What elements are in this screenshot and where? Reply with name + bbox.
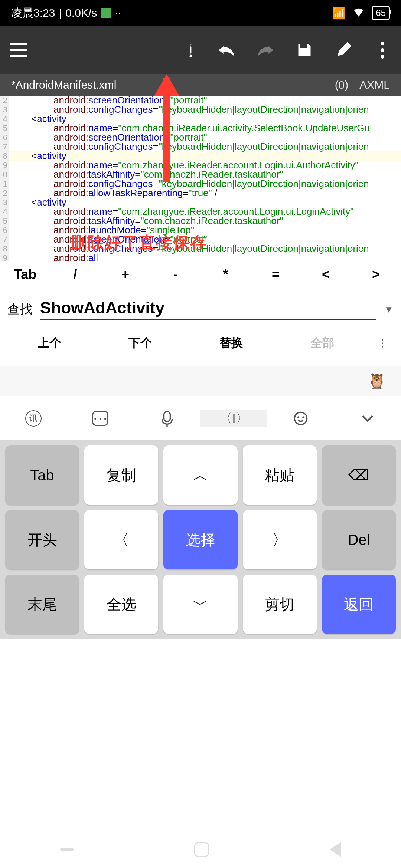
code-line[interactable]: android:allowTaskReparenting="true" / [9, 188, 401, 198]
keyboard-key[interactable]: 复制 [84, 445, 158, 505]
keyboard-key[interactable]: 开头 [5, 510, 79, 569]
keyboard-key[interactable]: ﹀ [163, 575, 237, 634]
suggestion-bar: 🦉 [0, 366, 401, 396]
find-prev-button[interactable]: 上个 [4, 335, 95, 351]
search-dropdown-icon[interactable]: ▼ [384, 304, 394, 315]
edit-button[interactable] [332, 39, 355, 61]
keyboard-toolbar: 讯⋯〈I〉 [0, 396, 401, 440]
signal-icon: 📶 [332, 7, 346, 20]
back-button[interactable] [330, 842, 341, 857]
annotation-arrow [163, 78, 170, 182]
status-bar: 凌晨3:23 | 0.0K/s ·· 📶 65 [0, 0, 401, 26]
keyboard-key[interactable]: Tab [5, 445, 79, 505]
keyboard-key[interactable]: 选择 [163, 510, 237, 569]
symbol-key[interactable]: = [251, 267, 301, 282]
find-more-button[interactable]: ⋮ [368, 338, 397, 349]
kb-toolbar-button[interactable] [134, 410, 200, 427]
symbol-key[interactable]: * [200, 267, 251, 282]
menu-button[interactable] [7, 39, 30, 61]
keyboard-key[interactable]: 剪切 [243, 575, 317, 634]
recent-apps-button[interactable] [60, 848, 74, 851]
svg-point-1 [294, 412, 307, 424]
code-line[interactable]: android:configChanges="keyboardHidden|la… [9, 142, 401, 151]
symbol-key[interactable]: > [351, 267, 401, 282]
emoji-suggestion[interactable]: 🦉 [368, 372, 386, 390]
net-speed: 0.0K/s [65, 7, 97, 19]
wifi-icon [353, 7, 364, 19]
home-button[interactable] [194, 842, 209, 857]
keyboard-key[interactable]: 全选 [84, 575, 158, 634]
keyboard-key[interactable]: 粘贴 [243, 445, 317, 505]
keyboard-key[interactable]: 〈 [84, 510, 158, 569]
error-count: (0) [335, 79, 349, 91]
undo-button[interactable] [215, 39, 238, 61]
toolbar [0, 26, 401, 74]
search-panel: 查找 ▼ [0, 287, 401, 324]
app-indicator-icon [101, 8, 111, 18]
redo-button[interactable] [254, 39, 277, 61]
kb-toolbar-button[interactable] [334, 415, 401, 422]
save-button[interactable] [293, 39, 316, 61]
svg-rect-0 [164, 411, 170, 421]
more-button[interactable] [371, 39, 394, 61]
search-label: 查找 [7, 301, 33, 318]
replace-all-button[interactable]: 全部 [277, 335, 368, 351]
symbol-key[interactable]: - [150, 267, 200, 282]
code-line[interactable]: android:all [9, 253, 401, 261]
kb-toolbar-button[interactable]: 〈I〉 [200, 410, 267, 427]
keyboard-key[interactable]: ⌫ [322, 445, 396, 505]
svg-point-3 [302, 416, 304, 418]
symbol-key[interactable]: < [301, 267, 351, 282]
find-actions: 上个 下个 替换 全部 ⋮ [0, 324, 401, 366]
kb-toolbar-button[interactable]: 讯 [0, 410, 67, 427]
kb-toolbar-button[interactable]: ⋯ [67, 411, 134, 426]
keyboard-key[interactable]: 返回 [322, 575, 396, 634]
line-gutter: 234567890123456789 [0, 96, 9, 261]
keyboard: Tab复制︿粘贴⌫开头〈选择〉Del末尾全选﹀剪切返回 [0, 440, 401, 639]
file-type: AXML [359, 79, 390, 91]
find-next-button[interactable]: 下个 [95, 335, 186, 351]
replace-button[interactable]: 替换 [186, 335, 277, 351]
symbol-row: Tab/+-*=<> [0, 261, 401, 287]
keyboard-key[interactable]: Del [322, 510, 396, 569]
svg-point-2 [297, 416, 299, 418]
code-line[interactable]: android:configChanges="keyboardHidden|la… [9, 105, 401, 114]
time-label: 凌晨3:23 [11, 6, 55, 21]
symbol-key[interactable]: + [100, 267, 150, 282]
keyboard-key[interactable]: 〉 [243, 510, 317, 569]
annotation-text: 删除好了直接保存 [71, 232, 207, 254]
kb-toolbar-button[interactable] [267, 411, 334, 426]
battery-icon: 65 [372, 6, 390, 20]
pin-button[interactable] [176, 39, 199, 61]
file-tab[interactable]: *AndroidManifest.xml (0) AXML [0, 74, 401, 96]
nav-bar [0, 838, 401, 861]
symbol-key[interactable]: / [50, 267, 100, 282]
keyboard-key[interactable]: ︿ [163, 445, 237, 505]
keyboard-key[interactable]: 末尾 [5, 575, 79, 634]
symbol-key[interactable]: Tab [0, 267, 50, 282]
search-input[interactable] [40, 299, 376, 320]
